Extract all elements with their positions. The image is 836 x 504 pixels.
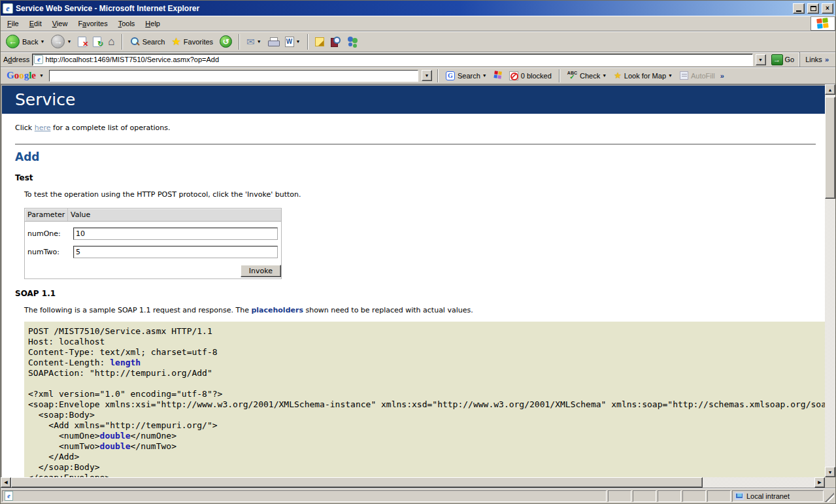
mail-button[interactable]: ✉ ▼: [244, 35, 264, 49]
spellcheck-button[interactable]: ABC ✓ Check ▼: [565, 70, 609, 81]
go-button[interactable]: → Go: [769, 54, 797, 66]
mail-dropdown-icon[interactable]: ▼: [257, 39, 261, 44]
menu-view[interactable]: View: [47, 18, 73, 29]
blocked-count-label: 0 blocked: [521, 72, 552, 80]
favorites-button[interactable]: ★ Favorites: [169, 34, 216, 49]
popup-blocker-button[interactable]: 0 blocked: [507, 71, 554, 81]
links-toolbar[interactable]: Links »: [799, 52, 833, 67]
maximize-icon: [811, 6, 816, 11]
code-line: Content-Type: text/xml; charset=utf-8: [28, 347, 825, 358]
close-button[interactable]: ×: [822, 3, 833, 14]
vertical-scroll-thumb[interactable]: [825, 97, 835, 199]
invoke-button[interactable]: Invoke: [241, 265, 281, 277]
go-label: Go: [785, 56, 795, 63]
messenger-icon: [347, 37, 359, 46]
status-main-pane: e: [2, 490, 607, 502]
search-label: Search: [142, 38, 165, 46]
google-logo-dropdown-icon[interactable]: ▼: [39, 73, 44, 78]
address-input[interactable]: [45, 56, 750, 63]
windows-flag-icon: [816, 18, 829, 29]
standard-toolbar: ← Back ▼ → ▼ ✕ ↻ ⌂ Search ★ Favorites ↺: [1, 31, 835, 52]
address-dropdown-button[interactable]: ▼: [756, 54, 766, 65]
back-dropdown-icon[interactable]: ▼: [40, 39, 44, 44]
menu-edit[interactable]: Edit: [24, 18, 47, 29]
word-dropdown-icon[interactable]: ▼: [296, 39, 301, 44]
stop-button[interactable]: ✕: [75, 35, 89, 48]
scroll-right-button[interactable]: ▶: [814, 477, 825, 488]
forward-button[interactable]: → ▼: [48, 33, 74, 50]
edit-note-button[interactable]: [312, 36, 327, 48]
page-favicon: e: [34, 55, 43, 64]
maximize-button[interactable]: [807, 3, 819, 14]
test-description: To test the operation using the HTTP POS…: [24, 190, 825, 199]
scroll-up-button[interactable]: ▲: [825, 84, 835, 95]
map-dropdown-icon[interactable]: ▼: [668, 73, 673, 78]
window-title: Service Web Service - Microsoft Internet…: [16, 4, 790, 13]
history-button[interactable]: ↺: [217, 34, 235, 49]
refresh-button[interactable]: ↻: [90, 35, 104, 48]
google-overflow-chevron-icon[interactable]: »: [720, 72, 724, 80]
mail-icon: ✉: [246, 36, 255, 48]
title-bar: e Service Web Service - Microsoft Intern…: [1, 1, 835, 16]
scroll-left-button[interactable]: ◀: [1, 477, 11, 488]
windows-logo-throbber: [811, 16, 835, 31]
google-search-button[interactable]: G Search ▼: [444, 71, 489, 81]
print-button[interactable]: [265, 36, 281, 47]
search-icon: [129, 37, 140, 47]
parameter-value-input-0[interactable]: [73, 227, 278, 240]
print-icon: [268, 37, 278, 46]
google-search-input[interactable]: [50, 71, 418, 81]
code-line: <soap:Body>: [28, 410, 825, 420]
menu-file[interactable]: File: [2, 18, 24, 29]
edit-with-word-button[interactable]: W ▼: [282, 35, 303, 48]
address-input-wrap: e: [32, 54, 752, 66]
address-label: Address: [3, 56, 29, 63]
word-icon: W: [285, 37, 294, 47]
local-intranet-icon: [735, 492, 744, 500]
address-bar: Address e ▼ → Go Links »: [1, 52, 835, 67]
popup-blocked-icon: [509, 71, 518, 80]
note-icon: [315, 37, 324, 46]
resize-grip[interactable]: [825, 490, 834, 502]
spellcheck-label: Check: [580, 72, 600, 80]
forward-icon: →: [51, 35, 65, 48]
minimize-button[interactable]: [793, 3, 805, 14]
intro-line: Click here for a complete list of operat…: [15, 124, 825, 132]
google-search-button-dropdown-icon[interactable]: ▼: [482, 73, 487, 78]
google-search-dropdown[interactable]: ▼: [422, 70, 432, 81]
look-for-map-button[interactable]: ★ Look for Map ▼: [612, 70, 675, 81]
forward-dropdown-icon[interactable]: ▼: [67, 39, 71, 44]
web-page: Service Click here for a complete list o…: [2, 86, 825, 477]
security-zone-pane: Local intranet: [732, 490, 824, 502]
autofill-button[interactable]: AutoFill: [678, 71, 717, 80]
pagerank-button[interactable]: [492, 71, 504, 80]
messenger-button[interactable]: [344, 35, 361, 48]
placeholders-emphasis: placeholders: [251, 306, 303, 314]
back-button[interactable]: ← Back ▼: [3, 33, 47, 50]
horizontal-scrollbar-row: ◀ ▶: [1, 477, 835, 488]
parameter-name-label: numTwo:: [27, 248, 73, 256]
status-pane: [658, 490, 681, 502]
map-label: Look for Map: [624, 72, 666, 80]
menu-tools[interactable]: Tools: [113, 18, 141, 29]
horizontal-scroll-thumb[interactable]: [11, 477, 703, 488]
menu-favorites[interactable]: Favorites: [73, 18, 112, 29]
stop-icon: ✕: [78, 37, 86, 47]
parameter-value-input-1[interactable]: [73, 246, 278, 258]
favorites-star-icon: ★: [171, 35, 180, 48]
links-chevron-icon[interactable]: »: [825, 56, 829, 63]
operations-list-link[interactable]: here: [35, 124, 51, 132]
code-line: [28, 378, 825, 389]
search-button[interactable]: Search: [127, 35, 168, 48]
horizontal-scrollbar[interactable]: ◀ ▶: [1, 477, 825, 488]
soap-sample-code: POST /MIST7510/Service.asmx HTTP/1.1Host…: [24, 322, 825, 477]
home-button[interactable]: ⌂: [105, 34, 117, 50]
research-button[interactable]: [328, 35, 343, 48]
vertical-scrollbar[interactable]: ▲ ▼: [825, 84, 835, 477]
google-logo-button[interactable]: Google ▼: [3, 69, 46, 82]
browser-viewport: Service Click here for a complete list o…: [1, 84, 835, 477]
spellcheck-dropdown-icon[interactable]: ▼: [602, 73, 607, 78]
autofill-icon: [680, 71, 688, 80]
menu-help[interactable]: Help: [140, 18, 165, 29]
scroll-down-button[interactable]: ▼: [825, 467, 835, 477]
